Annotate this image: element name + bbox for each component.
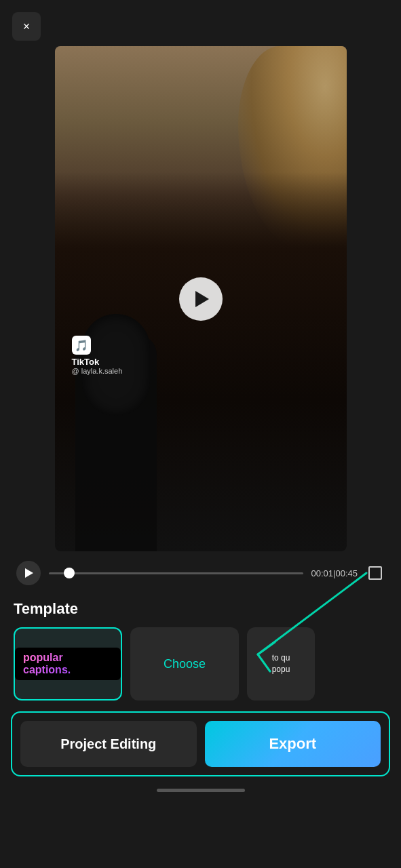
popular-captions-badge: popular captions. [15,648,121,680]
fullscreen-button[interactable] [366,564,385,583]
timeline-scrubber[interactable] [64,568,75,578]
template-label: Template [14,600,387,618]
close-button[interactable]: × [12,12,41,41]
template-card-choose[interactable]: Choose [130,627,239,701]
video-preview: 🎵 TikTok @ layla.k.saleh [55,46,347,551]
export-label: Export [269,735,316,753]
choose-text: Choose [164,657,206,671]
video-controls: 00:01|00:45 [0,551,401,595]
home-indicator [157,789,245,792]
project-editing-label: Project Editing [60,736,156,752]
fullscreen-icon [368,566,382,580]
template-section: Template popular captions. Choose to qu … [0,595,401,709]
popular-captions-text: popular captions. [23,652,71,675]
timeline [49,572,303,574]
time-display: 00:01|00:45 [311,568,358,578]
template-card-popular[interactable]: popular captions. [14,627,122,701]
tiktok-brand: TikTok [72,357,123,367]
project-editing-button[interactable]: Project Editing [20,721,197,767]
play-icon [195,291,209,307]
tiktok-watermark: 🎵 TikTok @ layla.k.saleh [72,336,123,375]
template-card-third[interactable]: to qu popu [247,627,315,701]
bottom-action-bar: Project Editing Export [11,711,390,776]
play-pause-button[interactable] [16,561,41,585]
play-pause-icon [25,568,33,578]
tiktok-logo-icon: 🎵 [72,336,91,355]
third-card-content: to qu popu [269,650,293,678]
tiktok-handle: @ layla.k.saleh [72,367,123,375]
template-cards: popular captions. Choose to qu popu [14,627,387,701]
timeline-track[interactable] [49,572,303,574]
export-button[interactable]: Export [205,721,381,767]
close-icon: × [23,20,31,34]
play-button-overlay[interactable] [179,277,223,321]
